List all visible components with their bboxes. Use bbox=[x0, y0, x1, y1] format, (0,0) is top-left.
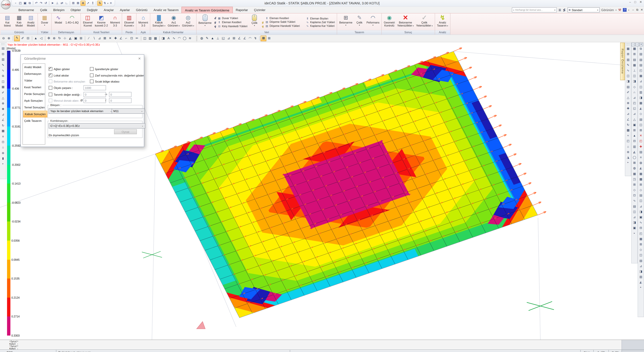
draw-tool-icon-18[interactable]: ∕ bbox=[86, 36, 91, 41]
right-tool-icon-2-33[interactable]: ⊟ bbox=[638, 226, 643, 231]
left-tool-icon-17[interactable]: ⊡ bbox=[1, 140, 5, 145]
dialog-list-item-analiz-modeli[interactable]: Analiz Modeli bbox=[23, 64, 45, 71]
ribbon-button-modal[interactable]: ∿Modal bbox=[53, 14, 64, 30]
right-tool-icon-1-32[interactable]: ◨ bbox=[632, 220, 637, 225]
right-tool-icon-2-1[interactable]: ▤ bbox=[638, 52, 643, 57]
right-tool-icon-0-15[interactable]: ▩ bbox=[626, 128, 630, 133]
ribbon-button-elik[interactable]: ✎Çelik▾ bbox=[354, 14, 365, 30]
ribbon-button-as2-g-r-nen[interactable]: ◎As2Görünen ▾ bbox=[181, 14, 195, 30]
ribbon-item-kaplama-kar-y-kleri[interactable]: ∿Kaplama Kar Yükleri bbox=[302, 24, 335, 27]
menu-ara-lar[interactable]: Araçlar bbox=[100, 7, 117, 13]
right-tool-icon-1-17[interactable]: ⊟ bbox=[632, 139, 637, 144]
analysis-tool-icon-1[interactable]: ✎ bbox=[204, 36, 210, 41]
draw-tool-icon-22[interactable]: ✕ bbox=[108, 36, 113, 41]
right-tool-icon-0-19[interactable]: ⊛ bbox=[626, 150, 630, 155]
analysis-tool-icon-13[interactable]: ⊞ bbox=[267, 36, 272, 41]
document-close-button[interactable]: ✕ bbox=[641, 8, 643, 12]
component-select[interactable]: M11 ⌄ bbox=[112, 108, 144, 114]
left-tool-icon-3[interactable]: ✎ bbox=[1, 63, 5, 68]
viewport-close-button[interactable]: ✕ bbox=[639, 43, 643, 46]
grid-snap-icon[interactable]: ⊞ bbox=[71, 1, 76, 5]
draw-tool-icon-26[interactable]: ⊡ bbox=[129, 36, 134, 41]
left-tool-icon-5[interactable]: ⧉ bbox=[1, 74, 5, 79]
left-tool-icon-0[interactable]: ▤ bbox=[1, 47, 5, 51]
left-tool-icon-6[interactable]: ◫ bbox=[1, 79, 5, 84]
checkbox-aglari-goster[interactable]: Ağları göster bbox=[49, 67, 70, 71]
ribbon-button-kesme-kuvveti-2-2[interactable]: ◩Kesmekuvveti 2-2 bbox=[94, 14, 109, 30]
left-tool-icon-20[interactable]: ▮ bbox=[1, 156, 5, 161]
right-tool-icon-2-26[interactable]: ◇ bbox=[638, 188, 643, 193]
draw-tool-icon-10[interactable]: ✜ bbox=[46, 36, 51, 41]
viewport-minimize-button[interactable]: − bbox=[631, 43, 635, 46]
ribbon-button-betonarme[interactable]: Betonarme▾ bbox=[198, 14, 212, 30]
right-tool-icon-2-19[interactable]: ▤ bbox=[638, 150, 643, 155]
right-tool-icon-1-11[interactable]: ◱ bbox=[632, 107, 637, 111]
right-tool-icon-1-0[interactable]: ▩ bbox=[632, 47, 637, 51]
left-tool-icon-8[interactable]: ✐ bbox=[1, 90, 5, 95]
play-button[interactable]: Oynat bbox=[114, 129, 137, 134]
report-preview-tab[interactable]: Rapor Önizleme bbox=[620, 43, 625, 80]
right-tool-icon-2-10[interactable]: ▦ bbox=[638, 101, 643, 106]
right-tool-icon-0-14[interactable]: ↻ bbox=[626, 123, 630, 128]
draw-tool-icon-30[interactable]: ▥ bbox=[148, 36, 152, 41]
menu-analiz-ve-tasar-m-g-r-nt-leme[interactable]: Analiz ve Tasarım Görüntüleme bbox=[182, 7, 233, 13]
left-tool-icon-1[interactable]: ⊟ bbox=[1, 52, 5, 57]
ribbon-button-1-4g-1-6q[interactable]: ◠1.4G+1.6Q bbox=[64, 14, 80, 30]
ribbon-button-moment-3-3[interactable]: ⌂Moment3-3 bbox=[137, 14, 149, 30]
analysis-tool-icon-5[interactable]: ⊿ bbox=[226, 36, 231, 41]
left-tool-icon-18[interactable]: ⌂ bbox=[1, 145, 5, 150]
ribbon-item-duvar-y-kleri[interactable]: d▦Duvar Yükleri bbox=[214, 17, 248, 20]
ribbon-button-elik-yetersizlikler[interactable]: ✓ÇelikYetersizlikler ▾ bbox=[415, 14, 434, 30]
close-button[interactable]: ✕ bbox=[640, 0, 642, 4]
draw-tool-icon-25[interactable]: ⌐ bbox=[124, 36, 129, 41]
draw-tool-icon-27[interactable]: ✏ bbox=[134, 36, 140, 41]
analysis-tool-icon-10[interactable]: ↯ bbox=[253, 36, 258, 41]
right-tool-icon-0-16[interactable]: ≈ bbox=[626, 134, 630, 138]
right-tool-icon-2-38[interactable]: ◫ bbox=[638, 253, 643, 258]
draw-tool-icon-12[interactable]: ↻ bbox=[57, 36, 62, 41]
draw-tool-icon-35[interactable]: ∿ bbox=[172, 36, 176, 41]
analysis-tool-icon-2[interactable]: ▲ bbox=[210, 36, 215, 41]
right-tool-icon-0-12[interactable]: ⊿ bbox=[626, 112, 630, 117]
dialog-list-item-kabuk-sonu-lar[interactable]: Kabuk Sonuçları bbox=[23, 111, 48, 117]
right-tool-icon-2-21[interactable]: ◍ bbox=[638, 161, 643, 165]
draw-tool-icon-15[interactable]: ▣ bbox=[73, 36, 78, 41]
ribbon-button-kabuk-sonu-lar[interactable]: ▓KabukSonuçları ▾ bbox=[152, 14, 166, 30]
right-tool-icon-0-11[interactable]: ✚ bbox=[626, 107, 630, 111]
right-tool-icon-2-3[interactable]: ▤ bbox=[638, 63, 643, 68]
ribbon-button-eksenel-kuvvet[interactable]: ◫EksenelKuvvet bbox=[82, 14, 94, 30]
right-tool-icon-1-15[interactable]: ⊞ bbox=[632, 128, 637, 133]
draw-tool-icon-4[interactable]: ✐ bbox=[20, 36, 25, 41]
analysis-tool-icon-3[interactable]: ⊥ bbox=[215, 36, 220, 41]
right-tool-icon-1-6[interactable]: ◨ bbox=[632, 79, 637, 84]
right-tool-icon-0-5[interactable]: ◫ bbox=[626, 74, 630, 79]
redo-icon[interactable]: ↷ bbox=[39, 1, 43, 5]
right-tool-icon-1-16[interactable]: ▲ bbox=[632, 134, 637, 138]
menu-betonarme[interactable]: Betonarme bbox=[16, 7, 37, 13]
dialog-list-item-y-kler[interactable]: Yükler bbox=[23, 77, 45, 84]
draw-tool-icon-8[interactable]: ◁ bbox=[38, 36, 44, 41]
right-tool-icon-1-28[interactable]: ∿ bbox=[632, 199, 637, 203]
right-tool-icon-1-14[interactable]: ▣ bbox=[632, 123, 637, 128]
document-minimize-button[interactable]: – bbox=[632, 8, 634, 12]
visualization-dialog[interactable]: Görselleştirme ✕ Analiz ModeliDeformasyo… bbox=[20, 54, 144, 147]
dialog-list-item-deformasyon[interactable]: Deformasyon bbox=[23, 71, 45, 77]
point-snap-icon[interactable]: ➚ bbox=[86, 1, 90, 5]
draw-tool-icon-31[interactable]: ▦ bbox=[153, 36, 158, 41]
left-tool-icon-12[interactable]: ⊿ bbox=[1, 112, 5, 117]
ribbon-button-analiz-tasar-m[interactable]: ↯AnalizTasarım ▾ bbox=[436, 14, 449, 30]
analysis-tool-icon-0[interactable]: ◍ bbox=[199, 36, 204, 41]
draw-tool-icon-37[interactable]: ◯ bbox=[182, 36, 187, 41]
layer-state-icon[interactable]: ≸ bbox=[563, 8, 566, 12]
draw-tool-icon-11[interactable]: ⊛ bbox=[52, 36, 57, 41]
analysis-tool-icon-7[interactable]: ∠ bbox=[237, 36, 242, 41]
right-tool-icon-1-27[interactable]: ⊡ bbox=[632, 193, 637, 198]
right-tool-icon-2-15[interactable]: ⊞ bbox=[638, 128, 643, 133]
right-tool-icon-1-23[interactable]: ▦ bbox=[632, 172, 637, 176]
checkbox-isaretleriyle[interactable]: İşaretleriyle göster bbox=[90, 67, 118, 71]
ribbon-button-kat-listesi[interactable]: ▤Katlistesi bbox=[2, 14, 13, 30]
right-tool-icon-0-7[interactable]: ▤ bbox=[626, 85, 630, 89]
right-tool-icon-2-9[interactable]: ◨ bbox=[638, 96, 643, 100]
right-tool-icon-1-20[interactable]: ◯ bbox=[632, 155, 637, 160]
right-tool-icon-0-6[interactable]: ◨ bbox=[626, 79, 630, 84]
